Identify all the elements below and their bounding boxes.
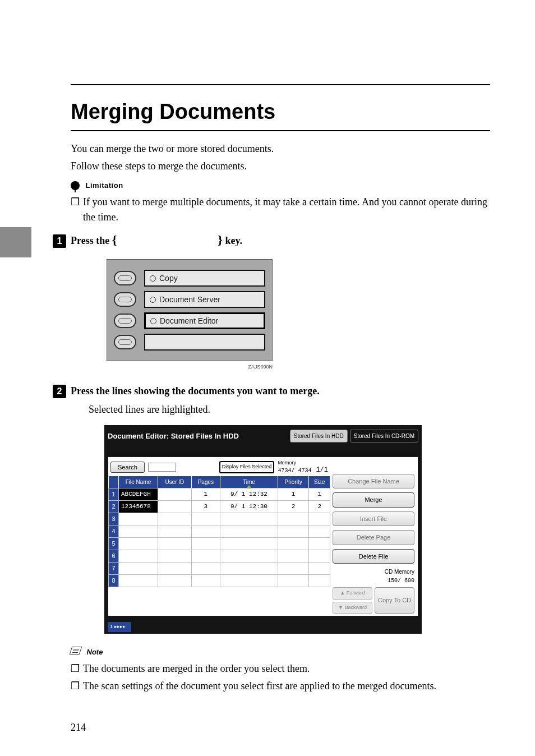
led-icon — [150, 318, 156, 324]
display-files-selected-button[interactable]: Display Files Selected — [219, 461, 275, 473]
step-1-number-icon: 1 — [53, 234, 66, 248]
section-tab — [0, 227, 31, 257]
copy-to-cd-button[interactable]: Copy To CD — [375, 587, 414, 614]
col-userid[interactable]: User ID — [158, 476, 192, 488]
led-icon — [150, 297, 156, 303]
limitation-icon — [71, 181, 80, 190]
page-tab-label: 1 — [110, 624, 113, 629]
limitation-heading-row: Limitation — [71, 177, 490, 192]
note-block: Note ❒ The documents are merged in the o… — [71, 644, 490, 694]
document-editor-key[interactable] — [114, 314, 136, 328]
control-panel-illustration: Copy Document Server Document Editor ZAJ… — [107, 259, 273, 371]
tab-stored-cdrom[interactable]: Stored Files In CD-ROM — [350, 430, 418, 442]
col-filename[interactable]: File Name — [119, 476, 158, 488]
merge-button[interactable]: Merge — [333, 492, 414, 508]
col-time[interactable]: Time — [220, 476, 278, 488]
note-heading-row: Note — [71, 644, 490, 659]
step-2-sub: Selected lines are highlighted. — [89, 402, 490, 417]
limitation-item: ❒ If you want to merge multiple document… — [71, 195, 490, 225]
change-file-name-button[interactable]: Change File Name — [333, 474, 414, 489]
delete-page-button[interactable]: Delete Page — [333, 530, 414, 545]
panel-row-copy: Copy — [114, 270, 265, 287]
cd-memory-label: CD Memory — [385, 569, 414, 575]
table-row[interactable]: 6 — [109, 550, 330, 563]
document-editor-label: Document Editor — [160, 315, 218, 327]
table-row[interactable]: 1ABCDEFGH19/ 1 12:3211 — [109, 488, 330, 501]
search-button[interactable]: Search — [110, 462, 145, 473]
document-server-key[interactable] — [114, 292, 136, 307]
search-field[interactable] — [148, 463, 176, 472]
table-row[interactable]: 7 — [109, 563, 330, 575]
screen-title: Document Editor: Stored Files In HDD — [108, 431, 288, 442]
intro-1: You can merge the two or more stored doc… — [71, 141, 490, 156]
step-1-number: 1 — [57, 234, 62, 248]
step-1-text: Press the {} key. — [71, 231, 242, 249]
blank-label-button — [144, 334, 265, 351]
step1-suffix: key. — [223, 235, 242, 246]
document-server-label: Document Server — [159, 294, 220, 306]
tab-stored-hdd[interactable]: Stored Files In HDD — [290, 430, 348, 442]
document-editor-label-button: Document Editor — [144, 312, 265, 329]
forward-button[interactable]: ▲ Forward — [333, 587, 372, 600]
step-2-text: Press the lines showing the documents yo… — [71, 384, 320, 399]
files-table: File Name User ID Pages Time Priority Si… — [108, 476, 330, 587]
document-editor-screenshot: Document Editor: Stored Files In HDD Sto… — [104, 425, 422, 634]
panel-row-docserver: Document Server — [114, 291, 265, 308]
step-1: 1 Press the {} key. — [53, 231, 490, 249]
memory-label: Memory — [278, 459, 311, 467]
insert-file-button[interactable]: Insert File — [333, 511, 414, 527]
cd-memory-indicator: CD Memory 150/ 600 — [333, 568, 414, 585]
table-row[interactable]: 4 — [109, 525, 330, 538]
page-indicator: 1/1 — [316, 465, 328, 475]
disc-bullet: ❒ — [71, 661, 83, 676]
col-size[interactable]: Size — [309, 476, 330, 488]
note-item-1: ❒ The documents are merged in the order … — [71, 661, 490, 676]
step1-prefix: Press the — [71, 235, 112, 246]
blank-key[interactable] — [114, 335, 136, 349]
disc-bullet: ❒ — [71, 195, 83, 225]
note-heading: Note — [87, 648, 103, 656]
limitation-text: If you want to merge multiple documents,… — [83, 195, 490, 225]
panel-row-doceditor: Document Editor — [114, 312, 265, 329]
document-server-label-button: Document Server — [144, 291, 265, 308]
col-pages[interactable]: Pages — [191, 476, 220, 488]
intro-2: Follow these steps to merge the document… — [71, 159, 490, 174]
memory-values: 4734/ 4734 — [278, 467, 311, 475]
panel-row-blank — [114, 334, 265, 351]
step-2-number-icon: 2 — [53, 385, 66, 398]
copy-key[interactable] — [114, 271, 136, 285]
note-item-2: ❒ The scan settings of the document you … — [71, 679, 490, 694]
table-row[interactable]: 5 — [109, 538, 330, 550]
copy-label-button: Copy — [144, 270, 265, 287]
rule-under-title — [71, 130, 490, 131]
note-text-2: The scan settings of the document you se… — [83, 679, 490, 694]
sort-arrow-icon — [246, 485, 252, 488]
forward-label: Forward — [347, 590, 365, 596]
limitation-heading: Limitation — [86, 181, 123, 190]
step-2: 2 Press the lines showing the documents … — [53, 384, 490, 399]
page-tab-bar: 1 ▸▸▸▸ — [108, 617, 418, 633]
backward-label: Backward — [344, 605, 367, 610]
memory-indicator: Memory 4734/ 4734 — [278, 459, 311, 476]
cd-memory-value: 150/ 600 — [388, 578, 414, 584]
table-row[interactable]: 8 — [109, 575, 330, 587]
copy-label: Copy — [159, 273, 178, 284]
disc-bullet: ❒ — [71, 679, 83, 694]
page-title: Merging Documents — [71, 100, 275, 124]
delete-file-button[interactable]: Delete File — [333, 549, 414, 564]
page-number: 214 — [71, 722, 86, 734]
table-row[interactable]: 21234567839/ 1 12:3022 — [109, 501, 330, 513]
backward-button[interactable]: ▼ Backward — [333, 602, 372, 614]
col-time-label: Time — [243, 479, 255, 485]
note-icon — [70, 647, 82, 654]
note-text-1: The documents are merged in the order yo… — [83, 661, 490, 676]
step-2-number: 2 — [57, 385, 62, 398]
led-icon — [150, 275, 156, 282]
panel-figure-code: ZAJS090N — [107, 363, 273, 371]
table-row[interactable]: 3 — [109, 513, 330, 525]
col-priority[interactable]: Priority — [278, 476, 308, 488]
rule-top — [71, 84, 490, 85]
page-tab-1[interactable]: 1 ▸▸▸▸ — [108, 622, 131, 632]
